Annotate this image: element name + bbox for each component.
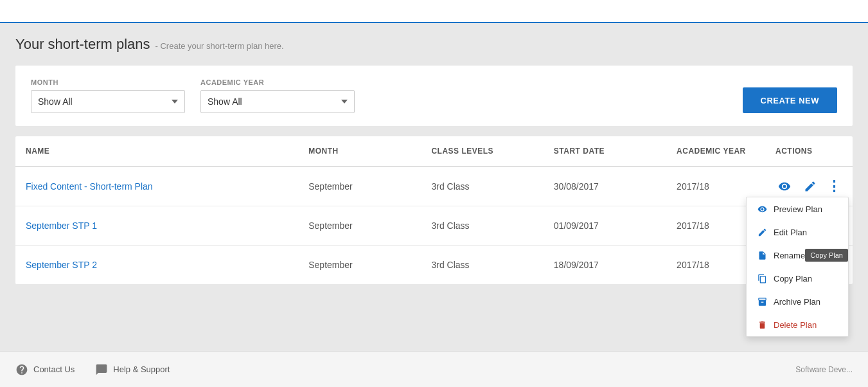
row3-month: September: [298, 246, 421, 285]
col-header-start: START DATE: [544, 136, 666, 166]
row1-actions: ⋮ Preview Plan: [765, 166, 853, 206]
col-header-actions: ACTIONS: [765, 136, 853, 166]
month-filter-select[interactable]: Show All January September: [31, 90, 185, 113]
page-subtitle: - Create your short-term plan here.: [155, 41, 284, 51]
row2-start: 01/09/2017: [544, 206, 666, 246]
menu-copy-label: Copy Plan: [774, 274, 812, 284]
context-menu: Preview Plan Edit Plan: [746, 197, 849, 337]
help-support-item[interactable]: Help & Support: [95, 363, 170, 376]
row2-name: September STP 1: [15, 206, 298, 246]
row1-preview-icon[interactable]: [775, 177, 793, 195]
month-filter-group: MONTH Show All January September: [31, 78, 185, 113]
table-row: September STP 2 September 3rd Class 18/0…: [15, 246, 853, 285]
menu-rename-plan[interactable]: Rename Plan: [747, 244, 848, 267]
row3-name: September STP 2: [15, 246, 298, 285]
col-header-class: CLASS LEVELS: [421, 136, 543, 166]
row1-name: Fixed Content - Short-term Plan: [15, 166, 298, 206]
row1-more-icon[interactable]: ⋮: [827, 178, 842, 195]
month-filter-label: MONTH: [31, 78, 185, 86]
col-header-month: MONTH: [298, 136, 421, 166]
table-header: NAME MONTH CLASS LEVELS START DATE ACADE…: [15, 136, 853, 166]
menu-preview-plan[interactable]: Preview Plan: [747, 197, 848, 221]
menu-preview-label: Preview Plan: [774, 204, 822, 214]
rename-plan-icon: [757, 250, 767, 260]
menu-archive-plan[interactable]: Archive Plan: [747, 290, 848, 313]
contact-icon: [15, 363, 28, 376]
menu-edit-plan[interactable]: Edit Plan: [747, 221, 848, 244]
menu-edit-label: Edit Plan: [774, 228, 807, 237]
row3-name-link[interactable]: September STP 2: [26, 260, 97, 270]
academic-year-filter-group: ACADEMIC YEAR Show All 2016/17 2017/18: [200, 78, 355, 113]
page-container: Your short-term plans - Create your shor…: [0, 23, 868, 297]
row1-actions-cell: ⋮ Preview Plan: [775, 177, 842, 195]
filter-panel: MONTH Show All January September ACADEMI…: [15, 66, 853, 126]
copy-plan-icon: [757, 273, 767, 284]
preview-plan-icon: [757, 204, 767, 214]
archive-plan-icon: [757, 296, 767, 307]
academic-year-filter-select[interactable]: Show All 2016/17 2017/18: [200, 90, 355, 113]
menu-copy-plan[interactable]: Copy Plan Copy Plan: [747, 267, 848, 290]
edit-plan-icon: [757, 227, 767, 237]
row1-name-link[interactable]: Fixed Content - Short-term Plan: [26, 181, 153, 192]
row3-class: 3rd Class: [421, 246, 543, 285]
row2-month: September: [298, 206, 421, 246]
row1-class: 3rd Class: [421, 166, 543, 206]
menu-rename-label: Rename Plan: [774, 251, 824, 260]
menu-delete-label: Delete Plan: [774, 320, 817, 330]
table-body: Fixed Content - Short-term Plan Septembe…: [15, 166, 853, 284]
row1-edit-icon[interactable]: [801, 177, 819, 195]
row3-start: 18/09/2017: [544, 246, 666, 285]
footer: Contact Us Help & Support Software Deve.…: [0, 351, 868, 387]
col-header-name: NAME: [15, 136, 298, 166]
page-title: Your short-term plans: [15, 36, 150, 53]
delete-plan-icon: [757, 320, 767, 330]
row1-month: September: [298, 166, 421, 206]
table-header-row: NAME MONTH CLASS LEVELS START DATE ACADE…: [15, 136, 853, 166]
academic-year-filter-label: ACADEMIC YEAR: [200, 78, 355, 86]
top-nav: [0, 0, 868, 23]
row2-name-link[interactable]: September STP 1: [26, 221, 97, 231]
plans-table: NAME MONTH CLASS LEVELS START DATE ACADE…: [15, 136, 853, 284]
contact-us-item[interactable]: Contact Us: [15, 363, 75, 376]
menu-delete-plan[interactable]: Delete Plan: [747, 313, 848, 336]
help-icon: [95, 363, 108, 376]
row2-class: 3rd Class: [421, 206, 543, 246]
page-title-section: Your short-term plans - Create your shor…: [15, 36, 853, 53]
table-row: Fixed Content - Short-term Plan Septembe…: [15, 166, 853, 206]
row1-start: 30/08/2017: [544, 166, 666, 206]
table-row: September STP 1 September 3rd Class 01/0…: [15, 206, 853, 246]
help-support-label: Help & Support: [113, 364, 170, 374]
menu-archive-label: Archive Plan: [774, 297, 820, 307]
footer-software-text: Software Deve...: [795, 365, 853, 374]
contact-us-label: Contact Us: [33, 364, 75, 374]
plans-table-container: NAME MONTH CLASS LEVELS START DATE ACADE…: [15, 136, 853, 284]
col-header-year: ACADEMIC YEAR: [666, 136, 765, 166]
create-new-button[interactable]: CREATE NEW: [743, 87, 837, 113]
